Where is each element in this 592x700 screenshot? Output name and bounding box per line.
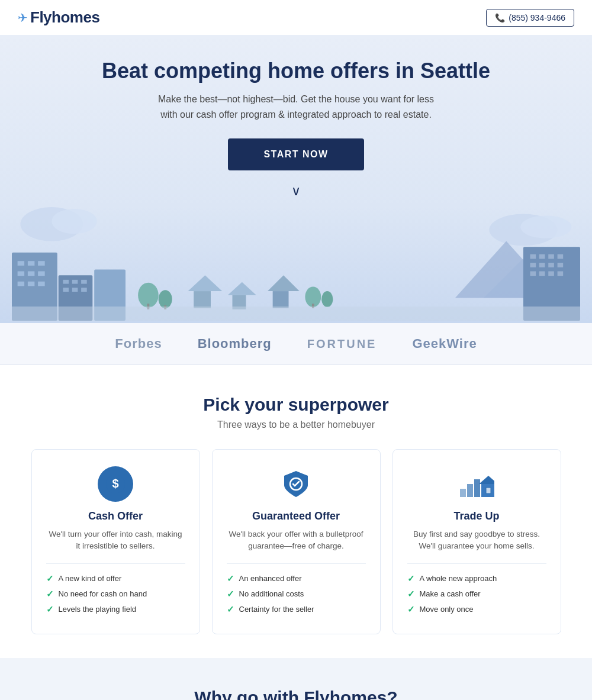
svg-rect-10 bbox=[18, 272, 25, 276]
cash-offer-feature-2: ✓ No need for cash on hand bbox=[46, 589, 185, 599]
superpower-subtitle: Three ways to be a better homebuyer bbox=[24, 420, 568, 430]
svg-rect-18 bbox=[72, 280, 78, 284]
why-section: Why go with Flyhomes? Because we get it … bbox=[0, 658, 592, 700]
press-bar: Forbes Bloomberg FORTUNE GeekWire bbox=[0, 323, 592, 365]
superpower-title: Pick your superpower bbox=[24, 395, 568, 415]
svg-marker-57 bbox=[479, 476, 494, 484]
svg-point-3 bbox=[520, 216, 571, 238]
guaranteed-offer-feature-2: ✓ No additional costs bbox=[227, 589, 366, 599]
svg-rect-42 bbox=[273, 291, 289, 308]
guaranteed-offer-feature-1: ✓ An enhanced offer bbox=[227, 573, 366, 584]
guaranteed-offer-feature-3: ✓ Certainty for the seller bbox=[227, 604, 366, 615]
svg-rect-17 bbox=[63, 280, 69, 284]
svg-rect-12 bbox=[38, 272, 45, 276]
card-trade-up: Trade Up Buy first and say goodbye to st… bbox=[392, 449, 561, 634]
cards-row: $ Cash Offer We'll turn your offer into … bbox=[24, 449, 568, 634]
start-now-button[interactable]: START NOW bbox=[228, 138, 363, 170]
svg-rect-33 bbox=[530, 272, 536, 276]
svg-rect-7 bbox=[18, 261, 25, 266]
svg-rect-59 bbox=[486, 488, 491, 493]
cash-offer-feature-3: ✓ Levels the playing field bbox=[46, 604, 185, 615]
svg-rect-11 bbox=[28, 272, 35, 276]
guaranteed-offer-title: Guaranteed Offer bbox=[227, 510, 366, 522]
press-logo-bloomberg: Bloomberg bbox=[198, 336, 272, 351]
svg-rect-56 bbox=[474, 479, 480, 497]
svg-rect-20 bbox=[63, 288, 69, 292]
trade-up-icon bbox=[459, 466, 494, 502]
cash-offer-icon: $ bbox=[98, 466, 133, 502]
phone-number: (855) 934-9466 bbox=[509, 13, 565, 22]
svg-text:$: $ bbox=[112, 477, 118, 490]
svg-rect-34 bbox=[539, 272, 545, 276]
check-icon-1: ✓ bbox=[46, 573, 54, 584]
cash-offer-title: Cash Offer bbox=[46, 510, 185, 522]
svg-rect-21 bbox=[72, 288, 78, 292]
why-title: Why go with Flyhomes? bbox=[24, 688, 568, 700]
trade-up-feature-1: ✓ A whole new approach bbox=[407, 573, 546, 584]
svg-rect-30 bbox=[539, 263, 545, 267]
svg-point-49 bbox=[321, 291, 333, 307]
svg-rect-32 bbox=[558, 263, 564, 267]
svg-rect-15 bbox=[38, 282, 45, 286]
svg-rect-25 bbox=[530, 254, 536, 259]
city-svg bbox=[12, 205, 580, 323]
press-logo-forbes: Forbes bbox=[115, 336, 162, 351]
svg-rect-31 bbox=[548, 263, 554, 267]
svg-rect-13 bbox=[18, 282, 25, 286]
svg-rect-50 bbox=[12, 307, 580, 321]
scroll-down-icon: ∨ bbox=[12, 183, 580, 199]
hero-title: Beat competing home offers in Seattle bbox=[12, 59, 580, 83]
check-icon-9: ✓ bbox=[407, 604, 415, 615]
city-illustration bbox=[12, 205, 580, 323]
cash-offer-feature-1: ✓ A new kind of offer bbox=[46, 573, 185, 584]
superpower-section: Pick your superpower Three ways to be a … bbox=[0, 365, 592, 658]
svg-rect-19 bbox=[81, 280, 87, 284]
check-icon-6: ✓ bbox=[227, 604, 234, 615]
press-logo-fortune: FORTUNE bbox=[307, 337, 377, 351]
svg-rect-9 bbox=[38, 261, 45, 266]
logo-bird-icon: ✈ bbox=[18, 11, 28, 25]
check-icon-5: ✓ bbox=[227, 589, 234, 599]
guaranteed-offer-icon bbox=[278, 466, 314, 502]
cash-offer-desc: We'll turn your offer into cash, making … bbox=[46, 528, 185, 553]
svg-rect-55 bbox=[467, 484, 473, 497]
svg-rect-26 bbox=[539, 254, 545, 259]
card-guaranteed-offer: Guaranteed Offer We'll back your offer w… bbox=[212, 449, 381, 634]
check-icon-2: ✓ bbox=[46, 589, 54, 599]
svg-marker-41 bbox=[268, 275, 300, 291]
hero-section: Beat competing home offers in Seattle Ma… bbox=[0, 35, 592, 323]
guaranteed-offer-desc: We'll back your offer with a bulletproof… bbox=[227, 528, 366, 553]
trade-up-feature-3: ✓ Move only once bbox=[407, 604, 546, 615]
phone-button[interactable]: 📞 (855) 934-9466 bbox=[486, 9, 574, 27]
logo-text: Flyhomes bbox=[30, 8, 99, 27]
svg-rect-14 bbox=[28, 282, 35, 286]
check-icon-3: ✓ bbox=[46, 604, 54, 615]
trade-up-desc: Buy first and say goodbye to stress. We'… bbox=[407, 528, 546, 553]
logo: ✈ Flyhomes bbox=[18, 8, 99, 27]
phone-icon: 📞 bbox=[495, 13, 505, 22]
hero-subtitle: Make the best—not highest—bid. Get the h… bbox=[154, 92, 438, 122]
svg-point-1 bbox=[52, 209, 97, 234]
svg-marker-39 bbox=[228, 282, 256, 295]
svg-rect-8 bbox=[28, 261, 35, 266]
header: ✈ Flyhomes 📞 (855) 934-9466 bbox=[0, 0, 592, 35]
trade-up-title: Trade Up bbox=[407, 510, 546, 522]
svg-marker-37 bbox=[188, 275, 223, 291]
svg-rect-28 bbox=[558, 254, 564, 259]
trade-up-feature-2: ✓ Make a cash offer bbox=[407, 589, 546, 599]
svg-rect-36 bbox=[558, 272, 564, 276]
svg-rect-54 bbox=[460, 489, 466, 497]
svg-rect-29 bbox=[530, 263, 536, 267]
svg-rect-35 bbox=[548, 272, 554, 276]
check-icon-4: ✓ bbox=[227, 573, 234, 584]
svg-rect-38 bbox=[194, 291, 211, 308]
check-icon-8: ✓ bbox=[407, 589, 415, 599]
card-cash-offer: $ Cash Offer We'll turn your offer into … bbox=[31, 449, 200, 634]
check-icon-7: ✓ bbox=[407, 573, 415, 584]
svg-rect-27 bbox=[548, 254, 554, 259]
svg-rect-22 bbox=[81, 288, 87, 292]
press-logo-geekwire: GeekWire bbox=[412, 336, 477, 351]
